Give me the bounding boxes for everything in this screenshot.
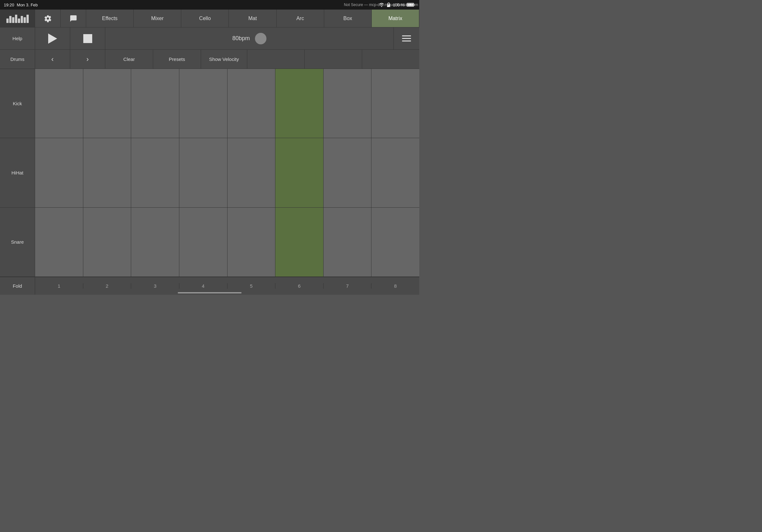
- footer-step-8[interactable]: 8: [371, 283, 419, 289]
- footer-step-4[interactable]: 4: [179, 283, 228, 289]
- toolbar: Help 80bpm: [0, 28, 419, 50]
- drum-label-hihat: HiHat: [0, 138, 35, 207]
- drum-cell-snare-2[interactable]: [83, 208, 131, 277]
- drum-cell-snare-8[interactable]: [371, 208, 419, 277]
- drum-cells-snare: [35, 208, 419, 277]
- footer-step-1[interactable]: 1: [35, 283, 83, 289]
- next-button[interactable]: ›: [70, 50, 105, 69]
- tab-arc[interactable]: Arc: [277, 10, 324, 27]
- footer-step-7[interactable]: 7: [324, 283, 372, 289]
- stop-icon: [83, 34, 92, 43]
- piano-logo-icon: [6, 14, 29, 23]
- drum-cells-kick: [35, 69, 419, 138]
- show-velocity-button[interactable]: Show Velocity: [201, 50, 247, 69]
- controls-empty-2: [305, 50, 362, 69]
- footer-step-3[interactable]: 3: [131, 283, 179, 289]
- clear-button[interactable]: Clear: [105, 50, 153, 69]
- footer-step-6[interactable]: 6: [275, 283, 324, 289]
- chat-icon: [70, 15, 77, 22]
- play-icon: [48, 33, 57, 44]
- tab-effects[interactable]: Effects: [86, 10, 134, 27]
- drum-grid: KickHiHatSnare: [0, 69, 419, 277]
- drum-cell-snare-3[interactable]: [131, 208, 179, 277]
- tab-settings[interactable]: [35, 10, 61, 27]
- gear-icon: [44, 15, 52, 22]
- drum-cell-snare-7[interactable]: [324, 208, 372, 277]
- drum-cell-kick-6[interactable]: [275, 69, 324, 138]
- drum-cell-kick-3[interactable]: [131, 69, 179, 138]
- stop-button[interactable]: [70, 28, 105, 49]
- drum-label-snare: Snare: [0, 208, 35, 277]
- tab-cello[interactable]: Cello: [181, 10, 229, 27]
- drum-cell-snare-4[interactable]: [179, 208, 228, 277]
- drum-cell-hihat-2[interactable]: [83, 138, 131, 207]
- tab-chat[interactable]: [61, 10, 86, 27]
- bpm-knob[interactable]: [255, 33, 267, 44]
- drum-cell-kick-2[interactable]: [83, 69, 131, 138]
- help-button[interactable]: Help: [0, 28, 35, 49]
- drum-cell-kick-5[interactable]: [228, 69, 276, 138]
- drum-cell-snare-1[interactable]: [35, 208, 83, 277]
- play-button[interactable]: [35, 28, 70, 49]
- date: Mon 3. Feb: [17, 3, 38, 7]
- drum-cell-snare-5[interactable]: [228, 208, 276, 277]
- drum-cell-snare-6[interactable]: [275, 208, 324, 277]
- controls-empty-3: [362, 50, 419, 69]
- chevron-left-icon: ‹: [51, 55, 54, 63]
- drum-label-kick: Kick: [0, 69, 35, 138]
- drum-cell-kick-8[interactable]: [371, 69, 419, 138]
- drum-cell-hihat-8[interactable]: [371, 138, 419, 207]
- prev-button[interactable]: ‹: [35, 50, 70, 69]
- menu-button[interactable]: [394, 28, 419, 49]
- tab-mixer[interactable]: Mixer: [134, 10, 181, 27]
- controls-empty-1: [247, 50, 305, 69]
- drum-cell-hihat-4[interactable]: [179, 138, 228, 207]
- footer-step-5[interactable]: 5: [228, 283, 276, 289]
- drum-cell-hihat-1[interactable]: [35, 138, 83, 207]
- drum-cell-hihat-6[interactable]: [275, 138, 324, 207]
- drum-cell-hihat-7[interactable]: [324, 138, 372, 207]
- nav-tabs: Effects Mixer Cello Mat Arc Box Matrix: [0, 10, 419, 28]
- drum-cell-kick-7[interactable]: [324, 69, 372, 138]
- status-bar: 19:20 Mon 3. Feb Not Secure — mcp-dev.mi…: [0, 0, 419, 10]
- status-bar-left: 19:20 Mon 3. Feb: [4, 3, 38, 7]
- drum-cell-kick-1[interactable]: [35, 69, 83, 138]
- drum-cells-hihat: [35, 138, 419, 207]
- bpm-control[interactable]: 80bpm: [105, 28, 394, 49]
- presets-button[interactable]: Presets: [153, 50, 201, 69]
- drum-cell-hihat-3[interactable]: [131, 138, 179, 207]
- drum-row-kick: Kick: [0, 69, 419, 138]
- tab-matrix[interactable]: Matrix: [372, 10, 419, 27]
- footer-step-2[interactable]: 2: [83, 283, 131, 289]
- time: 19:20: [4, 3, 14, 7]
- drum-cell-hihat-5[interactable]: [228, 138, 276, 207]
- drums-label: Drums: [0, 50, 35, 69]
- scroll-indicator: [178, 292, 242, 294]
- footer-row: Fold 12345678: [0, 277, 419, 295]
- drum-cell-kick-4[interactable]: [179, 69, 228, 138]
- bpm-value: 80bpm: [232, 35, 250, 42]
- status-url: Not Secure — mcp-dev.miguel-franken.com: [344, 3, 418, 7]
- drum-row-snare: Snare: [0, 208, 419, 277]
- tab-mat[interactable]: Mat: [229, 10, 276, 27]
- controls-row: Drums ‹ › Clear Presets Show Velocity: [0, 50, 419, 69]
- tab-logo[interactable]: [0, 10, 35, 27]
- hamburger-icon: [402, 35, 411, 41]
- tab-box[interactable]: Box: [324, 10, 372, 27]
- chevron-right-icon: ›: [87, 55, 89, 63]
- fold-label[interactable]: Fold: [0, 277, 35, 295]
- drum-row-hihat: HiHat: [0, 138, 419, 207]
